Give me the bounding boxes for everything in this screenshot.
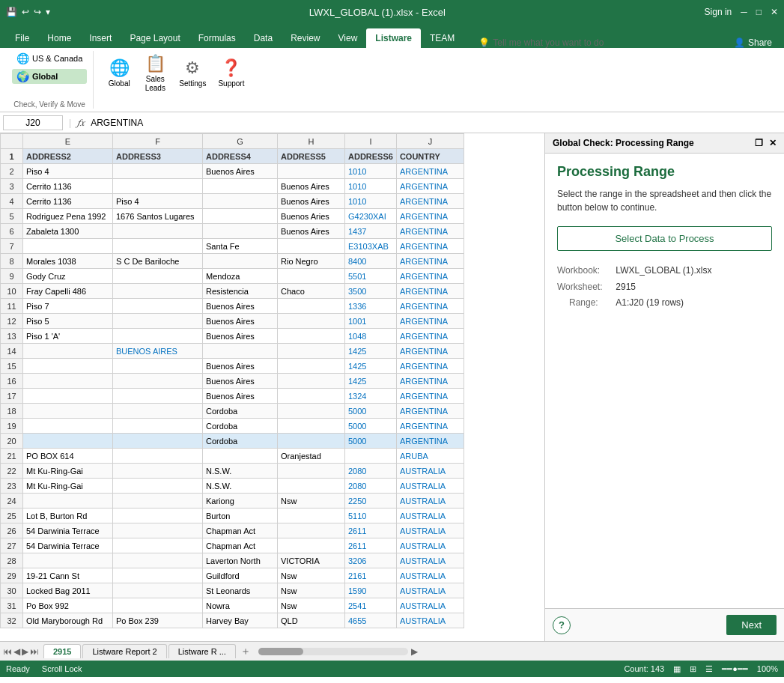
cell[interactable] [113, 284, 203, 299]
add-sheet-btn[interactable]: ＋ [240, 645, 251, 658]
cell[interactable] [23, 374, 113, 389]
cell[interactable]: Kariong [203, 494, 278, 509]
cell[interactable]: ARGENTINA [396, 434, 464, 449]
cell[interactable] [203, 449, 278, 464]
cell[interactable]: Morales 1038 [23, 254, 113, 269]
cell[interactable] [278, 314, 345, 329]
tab-home[interactable]: Home [38, 28, 80, 48]
row-number[interactable]: 20 [1, 434, 23, 449]
cell[interactable]: G4230XAI [345, 209, 397, 224]
tab-data[interactable]: Data [245, 28, 282, 48]
window-controls[interactable]: Sign in ─ □ ✕ [705, 7, 778, 17]
tab-formulas[interactable]: Formulas [189, 28, 245, 48]
sheet-nav-first[interactable]: ⏮ [3, 646, 12, 657]
cell[interactable]: Chapman Act [203, 538, 278, 553]
cell[interactable]: QLD [278, 613, 345, 628]
cell[interactable]: 1676 Santos Lugares [113, 209, 203, 224]
cell[interactable]: 1425 [345, 374, 397, 389]
cell[interactable]: E3103XAB [345, 239, 397, 254]
row-number[interactable]: 19 [1, 419, 23, 434]
cell[interactable] [113, 479, 203, 494]
cell[interactable] [278, 419, 345, 434]
cell[interactable]: 2250 [345, 494, 397, 509]
cell[interactable] [278, 329, 345, 344]
cell[interactable]: 1336 [345, 299, 397, 314]
cell[interactable]: ARGENTINA [396, 299, 464, 314]
cell[interactable] [278, 464, 345, 479]
cell[interactable]: Nsw [278, 583, 345, 598]
cell[interactable] [113, 404, 203, 419]
cell[interactable]: AUSTRALIA [396, 598, 464, 613]
redo-icon[interactable]: ↪ [34, 7, 41, 17]
cell[interactable]: Zabaleta 1300 [23, 224, 113, 239]
row-number[interactable]: 5 [1, 209, 23, 224]
cell[interactable] [23, 404, 113, 419]
cell[interactable]: ARGENTINA [396, 179, 464, 194]
row-number[interactable]: 9 [1, 269, 23, 284]
cell[interactable]: COUNTRY [396, 149, 464, 164]
cell[interactable]: ARGENTINA [396, 194, 464, 209]
cell[interactable] [278, 523, 345, 538]
sheet-nav-prev[interactable]: ◀ [13, 646, 20, 657]
cell[interactable]: AUSTRALIA [396, 479, 464, 494]
row-number[interactable]: 7 [1, 239, 23, 254]
cell[interactable]: Laverton North [203, 553, 278, 568]
cell[interactable] [113, 359, 203, 374]
cell[interactable] [113, 314, 203, 329]
row-number[interactable]: 15 [1, 359, 23, 374]
cell[interactable]: Nsw [278, 598, 345, 613]
tell-me-bar[interactable]: 💡 Tell me what you want to do [478, 37, 604, 48]
row-number[interactable]: 32 [1, 613, 23, 628]
cell[interactable]: S C De Bariloche [113, 254, 203, 269]
cell[interactable] [278, 344, 345, 359]
cell[interactable]: Buenos Aries [278, 209, 345, 224]
cell[interactable]: VICTORIA [278, 553, 345, 568]
cell[interactable] [113, 434, 203, 449]
cell[interactable]: 8400 [345, 254, 397, 269]
cell[interactable] [113, 509, 203, 523]
col-header-i[interactable]: I [345, 134, 397, 149]
row-number[interactable]: 4 [1, 194, 23, 209]
cell[interactable] [113, 538, 203, 553]
cell[interactable]: AUSTRALIA [396, 538, 464, 553]
cell[interactable] [113, 179, 203, 194]
cell[interactable] [113, 239, 203, 254]
cell[interactable]: ARGENTINA [396, 389, 464, 404]
cell[interactable]: 1425 [345, 359, 397, 374]
cell[interactable]: 5110 [345, 509, 397, 523]
cell[interactable] [23, 239, 113, 254]
cell[interactable]: PO BOX 614 [23, 449, 113, 464]
cell[interactable]: ARGENTINA [396, 329, 464, 344]
cell[interactable]: Cordoba [203, 419, 278, 434]
formula-function-btn[interactable]: 𝑓𝑥 [77, 117, 85, 129]
row-number[interactable]: 29 [1, 568, 23, 583]
cell[interactable] [23, 419, 113, 434]
cell[interactable]: 1010 [345, 179, 397, 194]
select-data-button[interactable]: Select Data to Process [557, 226, 772, 251]
col-header-country[interactable]: J [396, 134, 464, 149]
cell[interactable] [203, 224, 278, 239]
sheet-nav-controls[interactable]: ⏮ ◀ ▶ ⏭ [3, 646, 39, 657]
cell[interactable] [278, 239, 345, 254]
cell[interactable] [113, 389, 203, 404]
row-number[interactable]: 23 [1, 479, 23, 494]
cell[interactable]: Po Box 992 [23, 598, 113, 613]
cell[interactable]: 1437 [345, 224, 397, 239]
cell[interactable]: Buenos Aires [203, 329, 278, 344]
quick-access-toolbar[interactable]: 💾 ↩ ↪ ▾ [6, 7, 50, 17]
cell[interactable]: N.S.W. [203, 464, 278, 479]
cell[interactable]: 1590 [345, 583, 397, 598]
cell[interactable]: Cerrito 1136 [23, 179, 113, 194]
cell[interactable]: Piso 1 'A' [23, 329, 113, 344]
cell[interactable]: ARGENTINA [396, 254, 464, 269]
cell[interactable]: 1425 [345, 344, 397, 359]
formula-input[interactable] [88, 116, 781, 130]
row-number[interactable]: 13 [1, 329, 23, 344]
cell[interactable] [203, 254, 278, 269]
cell[interactable]: Buenos Aires [203, 299, 278, 314]
tab-page-layout[interactable]: Page Layout [121, 28, 189, 48]
cell[interactable]: Chaco [278, 284, 345, 299]
cell[interactable]: ARGENTINA [396, 419, 464, 434]
cell[interactable]: ARGENTINA [396, 224, 464, 239]
cell[interactable]: ARGENTINA [396, 359, 464, 374]
